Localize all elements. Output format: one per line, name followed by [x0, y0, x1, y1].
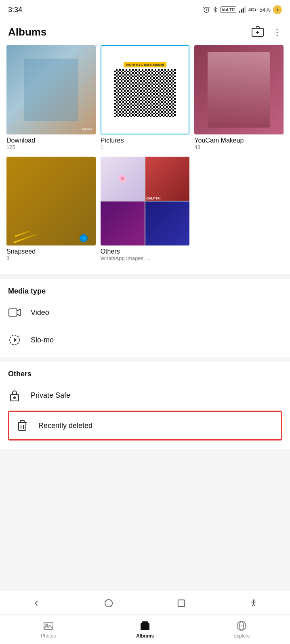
trash-icon [16, 419, 29, 432]
album-others-name: Others [101, 248, 190, 255]
svg-rect-13 [19, 422, 26, 430]
svg-rect-23 [44, 622, 53, 629]
albums-grid: GOVT Download 125 Wallet KYC Not Require… [0, 45, 290, 274]
svg-rect-25 [141, 623, 149, 630]
add-album-button[interactable] [251, 26, 264, 39]
network-type: 4G+ [248, 7, 257, 12]
alarm-icon [203, 6, 210, 13]
album-download[interactable]: GOVT Download 125 [6, 45, 96, 150]
slomo-label: Slo-mo [31, 336, 54, 344]
status-time: 3:34 [8, 6, 22, 14]
recently-deleted-item[interactable]: Recently deleted [8, 411, 282, 441]
svg-line-21 [252, 603, 254, 606]
svg-rect-3 [243, 8, 244, 13]
albums-tab-icon [139, 620, 151, 631]
slomo-item[interactable]: Slo-mo [8, 326, 282, 354]
back-button[interactable] [28, 595, 44, 611]
album-youcam-count: 43 [194, 144, 284, 150]
svg-rect-2 [241, 9, 242, 13]
album-others[interactable]: 🌸 CHEATER! Others WhatsApp Images, ... [101, 157, 190, 262]
album-download-count: 125 [6, 144, 96, 150]
album-snapseed-count: 3 [6, 255, 96, 261]
album-pictures[interactable]: Wallet KYC Not Required Pictures 1 [101, 45, 190, 150]
header-actions: ⋮ [251, 26, 282, 39]
battery-icon: + [273, 5, 282, 14]
page-title: Albums [8, 26, 46, 38]
photos-tab-icon [43, 620, 54, 631]
video-icon [8, 306, 21, 319]
accessibility-button[interactable] [246, 595, 262, 611]
volte-indicator: VoLTE [221, 6, 236, 13]
bluetooth-icon [212, 6, 218, 13]
media-type-title: Media type [8, 287, 282, 296]
nav-tabs: Photos Albums Explore [0, 615, 290, 644]
album-youcam[interactable]: YouCam Makeup 43 [194, 45, 284, 150]
svg-rect-1 [239, 11, 240, 13]
explore-tab-icon [236, 620, 247, 631]
svg-point-12 [14, 397, 15, 399]
lock-icon [8, 389, 21, 402]
svg-marker-10 [14, 338, 17, 342]
svg-rect-8 [9, 309, 17, 316]
album-pictures-count: 1 [101, 144, 190, 150]
album-snapseed-name: Snapseed [6, 248, 96, 255]
tab-photos[interactable]: Photos [0, 620, 97, 639]
recently-deleted-label: Recently deleted [38, 422, 92, 430]
album-download-name: Download [6, 137, 96, 144]
album-others-subtitle: WhatsApp Images, ... [101, 255, 190, 261]
status-icons: VoLTE 4G+ 54% + [203, 5, 282, 14]
section-divider-1 [0, 274, 290, 279]
private-safe-item[interactable]: Private Safe [8, 382, 282, 409]
svg-line-22 [254, 603, 255, 606]
video-item[interactable]: Video [8, 299, 282, 326]
bottom-nav: Photos Albums Explore [0, 615, 290, 644]
battery-percent: 54% [259, 6, 271, 13]
album-snapseed[interactable]: Snapseed 3 [6, 157, 96, 262]
status-bar: 3:34 VoLTE 4G+ 54% + [0, 0, 290, 19]
others-section: Others Private Safe [0, 362, 290, 449]
svg-point-18 [253, 600, 254, 601]
home-button[interactable] [101, 595, 117, 611]
albums-row-1: GOVT Download 125 Wallet KYC Not Require… [6, 45, 284, 150]
app-header: Albums ⋮ [0, 19, 290, 45]
media-type-section: Media type Video Slo-mo [0, 279, 290, 357]
photos-tab-label: Photos [41, 633, 56, 639]
section-divider-2 [0, 357, 290, 362]
album-youcam-name: YouCam Makeup [194, 137, 284, 144]
svg-point-16 [105, 599, 112, 606]
video-label: Video [31, 308, 49, 317]
system-nav-bar [0, 591, 290, 615]
svg-rect-26 [142, 621, 148, 624]
album-pictures-name: Pictures [101, 137, 190, 144]
svg-rect-4 [244, 6, 246, 13]
signal-icon [239, 6, 246, 13]
more-options-button[interactable]: ⋮ [272, 27, 282, 37]
recents-button[interactable] [173, 595, 189, 611]
tab-albums[interactable]: Albums [97, 620, 193, 639]
explore-tab-label: Explore [233, 633, 250, 639]
tab-explore[interactable]: Explore [193, 620, 290, 639]
slomo-icon [8, 334, 21, 346]
private-safe-label: Private Safe [31, 391, 70, 400]
others-title: Others [8, 370, 282, 378]
svg-rect-17 [178, 600, 185, 606]
albums-row-2: Snapseed 3 🌸 CHEATER! [6, 157, 284, 262]
bottom-spacer [0, 449, 290, 513]
albums-tab-label: Albums [136, 633, 154, 639]
